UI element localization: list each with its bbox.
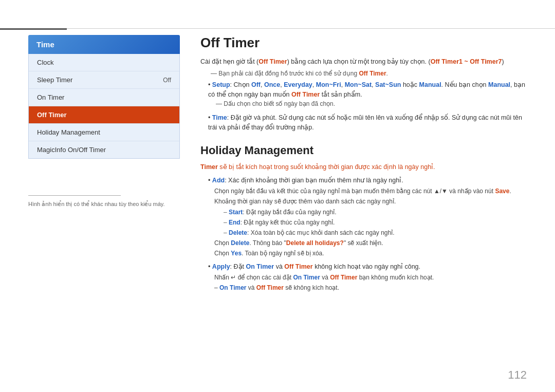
apply-off-final: Off Timer bbox=[256, 284, 284, 291]
setup-once: Once bbox=[264, 81, 280, 88]
add-save-highlight: Save bbox=[495, 188, 509, 195]
off-timer-intro: Cài đặt hẹn giờ tắt (Off Timer) bằng các… bbox=[200, 57, 527, 67]
apply-on-highlight: On Timer bbox=[293, 274, 320, 281]
sidebar-item-label-off: Off Timer bbox=[37, 111, 67, 119]
time-label: Time bbox=[212, 114, 227, 121]
add-extra1: Chọn Delete. Thông báo "Delete all holid… bbox=[214, 238, 527, 248]
setup-everyday: Everyday bbox=[284, 81, 312, 88]
add-extra2: Chọn Yes. Toàn bộ ngày nghỉ sẽ bị xóa. bbox=[214, 249, 527, 258]
add-sub-items: Start: Đặt ngày bắt đầu của ngày nghỉ. E… bbox=[224, 208, 527, 237]
off-timer-bullets: Setup: Chọn Off, Once, Everyday, Mon~Fri… bbox=[208, 80, 527, 133]
off-timer-section: Off Timer Cài đặt hẹn giờ tắt (Off Timer… bbox=[200, 35, 527, 133]
setup-label: Setup bbox=[212, 81, 230, 88]
sidebar-item-label-on: On Timer bbox=[37, 94, 64, 101]
off-timer-highlight-1: Off Timer bbox=[258, 58, 287, 65]
add-start: Start: Đặt ngày bắt đầu của ngày nghỉ. bbox=[224, 208, 527, 217]
sidebar-note-divider bbox=[28, 195, 121, 196]
add-label: Add bbox=[212, 177, 225, 184]
setup-manual: Manual bbox=[419, 81, 441, 88]
delete-choose: Delete bbox=[231, 239, 249, 247]
page-number: 112 bbox=[508, 368, 527, 382]
setup-off: Off bbox=[251, 81, 261, 88]
sidebar-menu: Clock Sleep Timer Off On Timer Off Timer… bbox=[28, 54, 180, 159]
sidebar-item-label-magicinfo: MagicInfo On/Off Timer bbox=[37, 146, 106, 154]
sidebar-item-label-holiday: Holiday Management bbox=[37, 128, 100, 136]
sidebar-item-magicinfo[interactable]: MagicInfo On/Off Timer bbox=[29, 141, 179, 158]
sidebar-title: Time bbox=[28, 35, 180, 54]
sidebar-item-holiday[interactable]: Holiday Management bbox=[29, 124, 179, 141]
delete-label: Delete bbox=[229, 229, 247, 236]
off-timer-title: Off Timer bbox=[200, 35, 527, 51]
sidebar-item-on-timer[interactable]: On Timer bbox=[29, 89, 179, 106]
end-label: End bbox=[229, 219, 240, 226]
off-timer-note: Bạn phải cài đặt đồng hồ trước khi có th… bbox=[211, 70, 527, 77]
top-accent bbox=[0, 28, 67, 30]
holiday-title: Holiday Management bbox=[200, 144, 527, 157]
add-sub1: Chọn ngày bắt đầu và kết thúc của ngày n… bbox=[214, 186, 527, 196]
off-timer-bullet-time: Time: Đặt giờ và phút. Sử dụng các nút s… bbox=[208, 113, 527, 133]
sidebar-item-label-clock: Clock bbox=[37, 59, 54, 66]
apply-offtimer: Off Timer bbox=[284, 263, 312, 270]
holiday-bullet-apply: Apply: Đặt On Timer và Off Timer không k… bbox=[208, 262, 527, 292]
sidebar-item-clock[interactable]: Clock bbox=[29, 54, 179, 71]
yes-label: Yes bbox=[231, 250, 242, 257]
setup-offtimer: Off Timer bbox=[291, 91, 320, 98]
delete-msg: Delete all holidays? bbox=[286, 239, 344, 247]
apply-off-highlight: Off Timer bbox=[330, 274, 357, 281]
top-border bbox=[0, 28, 555, 29]
add-sub2: Khoảng thời gian này sẽ được thêm vào da… bbox=[214, 197, 527, 206]
add-end: End: Đặt ngày kết thúc của ngày nghỉ. bbox=[224, 218, 527, 227]
apply-ontimer: On Timer bbox=[246, 263, 274, 270]
sidebar-item-sleep-timer[interactable]: Sleep Timer Off bbox=[29, 71, 179, 89]
sidebar-note-text: Hình ảnh hiển thị có thể khác nhau tùy t… bbox=[28, 201, 180, 208]
holiday-bullet-add: Add: Xác định khoảng thời gian bạn muốn … bbox=[208, 176, 527, 258]
off-timer-highlight-2: Off Timer1 ~ Off Timer7 bbox=[431, 58, 502, 65]
apply-extra1: – On Timer và Off Timer sẽ không kích ho… bbox=[214, 283, 527, 292]
setup-monsat: Mon~Sat bbox=[345, 81, 372, 88]
holiday-timer-highlight: Timer bbox=[200, 163, 218, 171]
start-label: Start bbox=[229, 209, 243, 216]
holiday-section: Holiday Management Timer sẽ bị tắt kích … bbox=[200, 144, 527, 293]
sidebar-item-off-timer[interactable]: Off Timer bbox=[29, 106, 179, 124]
apply-label: Apply bbox=[212, 263, 230, 270]
setup-manual2: Manual bbox=[488, 81, 510, 88]
holiday-intro: Timer sẽ bị tắt kích hoạt trong suốt kho… bbox=[200, 162, 527, 172]
main-content: Off Timer Cài đặt hẹn giờ tắt (Off Timer… bbox=[200, 35, 527, 364]
setup-satsun: Sat~Sun bbox=[375, 81, 401, 88]
sidebar: Time Clock Sleep Timer Off On Timer Off … bbox=[28, 35, 180, 159]
holiday-bullets: Add: Xác định khoảng thời gian bạn muốn … bbox=[208, 176, 527, 292]
apply-sub1: Nhấn ↵ để chọn các cài đặt On Timer và O… bbox=[214, 273, 527, 282]
setup-monfri: Mon~Fri bbox=[316, 81, 341, 88]
sidebar-item-label-sleep: Sleep Timer bbox=[37, 76, 72, 84]
add-delete: Delete: Xóa toàn bộ các mục khỏi danh sá… bbox=[224, 229, 527, 237]
setup-subnote: — Dấu chọn cho biết số ngày bạn đã chọn. bbox=[216, 100, 335, 107]
off-timer-bullet-setup: Setup: Chọn Off, Once, Everyday, Mon~Fri… bbox=[208, 80, 527, 109]
off-timer-note-highlight: Off Timer bbox=[359, 70, 386, 77]
sidebar-note: Hình ảnh hiển thị có thể khác nhau tùy t… bbox=[28, 195, 180, 208]
sidebar-item-value-sleep: Off bbox=[163, 77, 171, 84]
apply-on-final: On Timer bbox=[219, 284, 246, 291]
